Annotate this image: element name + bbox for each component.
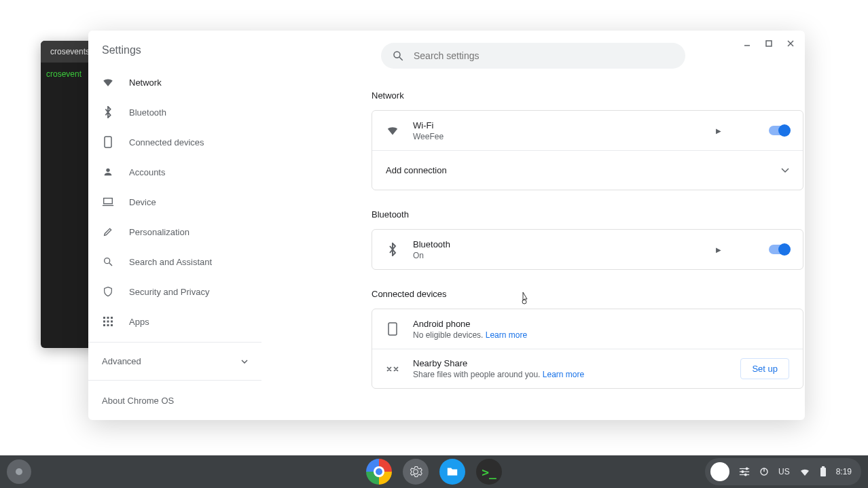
divider: [88, 342, 261, 343]
shelf-apps: >_: [366, 459, 502, 485]
svg-rect-21: [388, 323, 397, 335]
sidebar-item-device[interactable]: Device: [88, 187, 261, 217]
tote-icon[interactable]: [739, 467, 750, 476]
nearby-sub: Share files with people around you. Lear…: [413, 370, 727, 379]
avatar[interactable]: [710, 462, 729, 481]
svg-rect-14: [107, 321, 109, 323]
minimize-button[interactable]: [737, 35, 757, 52]
svg-point-19: [394, 52, 400, 58]
sidebar-about[interactable]: About Chrome OS: [88, 386, 261, 415]
battery-icon: [820, 466, 827, 477]
connected-devices-card: Android phone No eligible devices. Learn…: [372, 309, 803, 389]
learn-more-link[interactable]: Learn more: [543, 370, 584, 379]
sidebar-item-label: Network: [129, 77, 162, 88]
network-card: Wi-Fi WeeFee ▶ Add connection: [372, 110, 803, 190]
nearby-share-icon: [386, 364, 399, 374]
wifi-icon: [102, 76, 114, 88]
chevron-right-icon: ▶: [716, 246, 721, 254]
bluetooth-card: Bluetooth On ▶: [372, 229, 803, 270]
status-tray[interactable]: US 8:19: [705, 458, 861, 485]
ime-indicator[interactable]: US: [778, 467, 790, 476]
divider: [88, 380, 261, 381]
files-app[interactable]: [439, 459, 465, 485]
sidebar: Settings Network Bluetooth Connected dev…: [88, 31, 261, 420]
sidebar-item-connected-devices[interactable]: Connected devices: [88, 127, 261, 157]
nearby-share-row[interactable]: Nearby Share Share files with people aro…: [372, 349, 803, 388]
svg-rect-4: [105, 137, 111, 147]
android-phone-row[interactable]: Android phone No eligible devices. Learn…: [372, 309, 803, 349]
bluetooth-status: On: [413, 251, 702, 260]
svg-rect-18: [111, 324, 113, 326]
setup-button[interactable]: Set up: [740, 358, 789, 379]
svg-rect-11: [107, 317, 109, 319]
sidebar-item-label: Connected devices: [129, 137, 204, 147]
sidebar-item-personalization[interactable]: Personalization: [88, 217, 261, 247]
search-settings[interactable]: [381, 43, 685, 69]
chevron-down-icon: [781, 168, 789, 173]
laptop-icon: [102, 196, 114, 208]
person-icon: [102, 166, 114, 178]
wifi-status-icon: [799, 468, 810, 476]
phone-icon: [102, 136, 114, 148]
clock[interactable]: 8:19: [836, 467, 852, 476]
sidebar-item-network[interactable]: Network: [88, 67, 261, 97]
sidebar-item-accounts[interactable]: Accounts: [88, 157, 261, 187]
sidebar-item-bluetooth[interactable]: Bluetooth: [88, 97, 261, 127]
svg-rect-31: [820, 468, 826, 476]
search-icon: [102, 256, 114, 268]
bluetooth-icon: [386, 243, 399, 256]
wifi-title: Wi-Fi: [413, 120, 702, 130]
settings-app[interactable]: [403, 459, 429, 485]
sidebar-item-security-privacy[interactable]: Security and Privacy: [88, 277, 261, 307]
svg-rect-17: [107, 324, 109, 326]
svg-rect-10: [103, 317, 105, 319]
svg-point-28: [744, 474, 746, 476]
sidebar-advanced[interactable]: Advanced: [88, 348, 261, 374]
sidebar-item-label: Security and Privacy: [129, 287, 210, 297]
brush-icon: [102, 226, 114, 238]
svg-point-5: [106, 169, 109, 172]
sidebar-item-apps[interactable]: Apps: [88, 307, 261, 336]
window-controls: [737, 35, 801, 52]
advanced-label: Advanced: [102, 356, 141, 366]
learn-more-link[interactable]: Learn more: [486, 330, 527, 340]
svg-rect-16: [103, 324, 105, 326]
bluetooth-title: Bluetooth: [413, 239, 702, 249]
connected-devices-heading: Connected devices: [372, 289, 803, 299]
wifi-row[interactable]: Wi-Fi WeeFee ▶: [372, 111, 803, 150]
terminal-prompt: crosevent: [46, 69, 82, 79]
svg-line-20: [399, 57, 403, 60]
svg-rect-1: [766, 41, 772, 46]
bluetooth-row[interactable]: Bluetooth On ▶: [372, 230, 803, 269]
bluetooth-toggle[interactable]: [769, 245, 789, 254]
wifi-toggle[interactable]: [769, 126, 789, 135]
search-input[interactable]: [414, 50, 674, 61]
sidebar-item-label: Device: [129, 197, 156, 207]
sidebar-item-label: Accounts: [129, 167, 165, 177]
page-title: Settings: [88, 44, 261, 67]
add-connection-row[interactable]: Add connection: [372, 150, 803, 190]
sidebar-item-label: Bluetooth: [129, 107, 166, 118]
about-label: About Chrome OS: [102, 396, 174, 406]
terminal-app[interactable]: >_: [476, 459, 502, 485]
sidebar-item-label: Personalization: [129, 227, 189, 237]
svg-point-26: [746, 468, 748, 470]
chevron-down-icon: [241, 360, 248, 364]
shield-icon: [102, 285, 114, 298]
svg-rect-13: [103, 321, 105, 323]
svg-rect-12: [111, 317, 113, 319]
main-column: Network Wi-Fi WeeFee ▶ Add: [261, 31, 805, 420]
launcher-icon: [16, 468, 22, 475]
phone-icon: [386, 322, 399, 336]
close-button[interactable]: [780, 35, 801, 52]
launcher-button[interactable]: [7, 459, 31, 484]
svg-point-8: [105, 258, 110, 264]
wifi-icon: [386, 125, 399, 136]
bluetooth-heading: Bluetooth: [372, 209, 803, 220]
settings-window: Settings Network Bluetooth Connected dev…: [88, 31, 805, 420]
chrome-app[interactable]: [366, 459, 392, 485]
network-heading: Network: [372, 90, 803, 101]
maximize-button[interactable]: [759, 35, 779, 52]
sidebar-item-label: Apps: [129, 317, 149, 327]
sidebar-item-search-assistant[interactable]: Search and Assistant: [88, 247, 261, 277]
